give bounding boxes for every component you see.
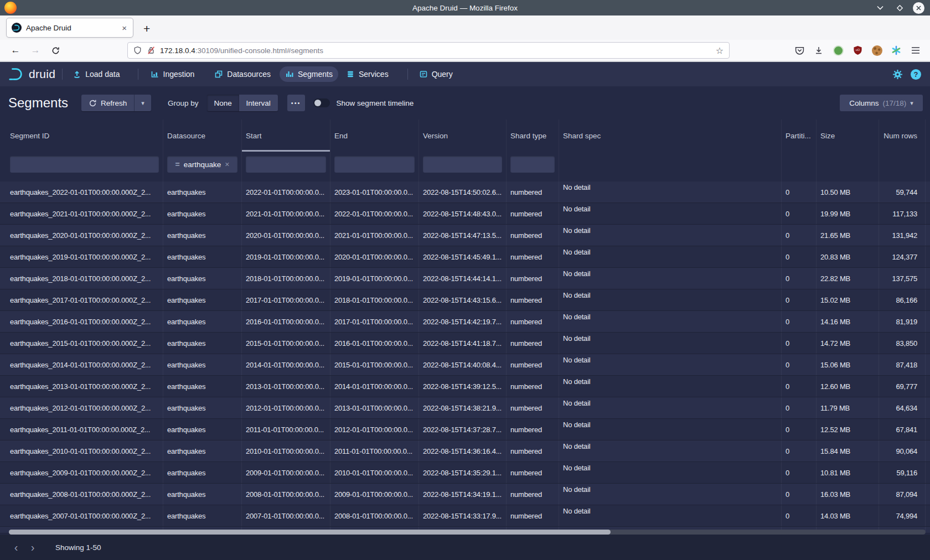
filter-end[interactable] — [334, 156, 415, 173]
nav-services[interactable]: Services — [340, 66, 394, 82]
table-row[interactable]: earthquakes_2014-01-01T00:00:00.000Z_2..… — [0, 354, 930, 376]
cell-size: 10.50 MB — [817, 182, 879, 203]
nav-load-data[interactable]: Load data — [67, 66, 125, 82]
help-icon[interactable]: ? — [911, 69, 921, 80]
filter-start[interactable] — [246, 156, 326, 173]
bookmark-star-icon[interactable]: ☆ — [716, 45, 724, 56]
menu-button[interactable] — [908, 43, 923, 58]
cell-version: 2022-08-15T14:36:16.4... — [419, 440, 507, 462]
remove-filter-icon[interactable]: × — [225, 160, 229, 169]
horizontal-scrollbar[interactable] — [9, 530, 926, 535]
druid-logo-icon — [8, 66, 24, 82]
filter-shard-type[interactable] — [510, 156, 555, 173]
nav-datasources[interactable]: Datasources — [209, 66, 276, 82]
druid-logo[interactable]: druid — [8, 66, 55, 82]
column-header-segment-id[interactable]: Segment ID — [6, 120, 163, 152]
filter-datasource[interactable]: = earthquake × — [167, 156, 237, 173]
back-button[interactable]: ← — [7, 43, 24, 58]
table-row[interactable]: earthquakes_2017-01-01T00:00:00.000Z_2..… — [0, 289, 930, 311]
url-bar[interactable]: 172.18.0.4:30109/unified-console.html#se… — [127, 42, 730, 59]
cell-end: 2016-01-01T00:00:00.0... — [330, 333, 419, 354]
table-row[interactable]: earthquakes_2019-01-01T00:00:00.000Z_2..… — [0, 246, 930, 268]
refresh-button[interactable]: Refresh — [81, 95, 134, 111]
cell-start: 2011-01-01T00:00:00.0... — [242, 419, 330, 440]
filter-version[interactable] — [423, 156, 502, 173]
table-row[interactable]: earthquakes_2012-01-01T00:00:00.000Z_2..… — [0, 397, 930, 419]
table-row[interactable]: earthquakes_2009-01-01T00:00:00.000Z_2..… — [0, 462, 930, 484]
table-row[interactable]: earthquakes_2018-01-01T00:00:00.000Z_2..… — [0, 268, 930, 289]
cell-shard-type: numbered — [507, 289, 559, 310]
group-by-none-button[interactable]: None — [207, 95, 239, 111]
close-button[interactable] — [913, 2, 924, 14]
cell-end: 2014-01-01T00:00:00.0... — [330, 376, 419, 397]
extension-privacy-badger-icon[interactable] — [831, 43, 845, 58]
nav-ingestion[interactable]: Ingestion — [145, 66, 200, 82]
extension-asterisk-icon[interactable] — [889, 43, 903, 58]
table-row[interactable]: earthquakes_2016-01-01T00:00:00.000Z_2..… — [0, 311, 930, 333]
filter-segment-id[interactable] — [10, 156, 159, 173]
nav-query[interactable]: Query — [414, 66, 458, 82]
cell-start: 2009-01-01T00:00:00.0... — [242, 462, 330, 483]
column-header-shard-spec[interactable]: Shard spec — [559, 120, 782, 152]
table-row[interactable]: earthquakes_2021-01-01T00:00:00.000Z_2..… — [0, 203, 930, 225]
cell-version: 2022-08-15T14:40:08.4... — [419, 354, 507, 375]
table-row[interactable]: earthquakes_2007-01-01T00:00:00.000Z_2..… — [0, 505, 930, 527]
cell-segment-id: earthquakes_2010-01-01T00:00:00.000Z_2..… — [6, 440, 163, 462]
next-page-button[interactable]: › — [24, 539, 41, 556]
pocket-button[interactable] — [792, 43, 807, 58]
column-header-version[interactable]: Version — [419, 120, 507, 152]
table-row[interactable]: earthquakes_2013-01-01T00:00:00.000Z_2..… — [0, 376, 930, 397]
timeline-toggle[interactable] — [313, 98, 330, 107]
cell-segment-id: earthquakes_2007-01-01T00:00:00.000Z_2..… — [6, 505, 163, 526]
services-icon — [346, 70, 355, 79]
download-icon — [814, 46, 823, 55]
cell-shard-spec: No detail — [559, 419, 782, 440]
refresh-dropdown-button[interactable]: ▾ — [134, 95, 151, 111]
new-tab-button[interactable]: + — [143, 22, 150, 35]
forward-button[interactable]: → — [27, 43, 44, 58]
divider — [62, 69, 63, 80]
columns-button[interactable]: Columns (17/18) ▾ — [840, 95, 923, 111]
cell-end: 2012-01-01T00:00:00.0... — [330, 419, 419, 440]
more-options-button[interactable]: ••• — [287, 95, 305, 111]
extension-cookie-icon[interactable] — [870, 43, 884, 58]
table-row[interactable]: earthquakes_2020-01-01T00:00:00.000Z_2..… — [0, 225, 930, 246]
column-header-partitions[interactable]: Partiti... — [782, 120, 817, 152]
scrollbar-thumb[interactable] — [9, 530, 611, 535]
cell-size: 10.81 MB — [817, 462, 879, 483]
column-header-end[interactable]: End — [330, 120, 419, 152]
table-row[interactable]: earthquakes_2022-01-01T00:00:00.000Z_2..… — [0, 182, 930, 203]
table-header: Segment ID Datasource Start End Version … — [0, 120, 930, 152]
group-by-interval-button[interactable]: Interval — [239, 95, 278, 111]
nav-segments[interactable]: Segments — [280, 66, 338, 82]
column-label: Version — [423, 132, 448, 140]
reload-button[interactable] — [47, 43, 64, 58]
table-row[interactable]: earthquakes_2011-01-01T00:00:00.000Z_2..… — [0, 419, 930, 440]
cell-start: 2022-01-01T00:00:00.0... — [242, 182, 330, 203]
reload-icon — [51, 46, 60, 55]
downloads-button[interactable] — [812, 43, 826, 58]
column-header-start[interactable]: Start — [242, 120, 330, 152]
column-header-datasource[interactable]: Datasource — [163, 120, 242, 152]
cell-version: 2022-08-15T14:45:49.1... — [419, 246, 507, 267]
cell-datasource: earthquakes — [163, 333, 242, 354]
caret-down-icon: ▾ — [141, 100, 144, 107]
cell-datasource: earthquakes — [163, 376, 242, 397]
tab-apache-druid[interactable]: Apache Druid × — [6, 18, 133, 38]
settings-button[interactable] — [892, 69, 903, 80]
cell-start: 2012-01-01T00:00:00.0... — [242, 397, 330, 418]
table-row[interactable]: earthquakes_2015-01-01T00:00:00.000Z_2..… — [0, 333, 930, 354]
page-title: Segments — [8, 95, 68, 111]
column-header-size[interactable]: Size — [817, 120, 879, 152]
cell-shard-type: numbered — [507, 333, 559, 354]
previous-page-button[interactable]: ‹ — [8, 539, 24, 556]
extension-ublock-icon[interactable]: uO — [850, 43, 865, 58]
minimize-button[interactable] — [874, 2, 886, 14]
tab-close-icon[interactable]: × — [121, 23, 128, 33]
column-header-shard-type[interactable]: Shard type — [507, 120, 559, 152]
cell-partitions: 0 — [782, 182, 817, 203]
column-header-num-rows[interactable]: Num rows — [879, 120, 926, 152]
maximize-button[interactable] — [893, 2, 906, 14]
table-row[interactable]: earthquakes_2010-01-01T00:00:00.000Z_2..… — [0, 440, 930, 462]
table-row[interactable]: earthquakes_2008-01-01T00:00:00.000Z_2..… — [0, 484, 930, 505]
